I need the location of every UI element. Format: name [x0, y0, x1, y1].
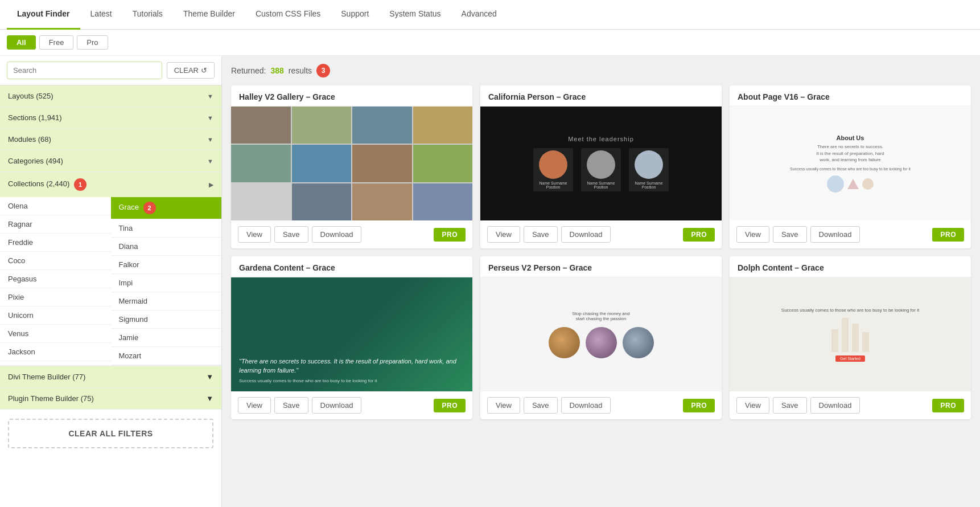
- card-dolph: Dolph Content – Grace Success usually co…: [730, 256, 971, 419]
- nav-tutorials[interactable]: Tutorials: [122, 0, 173, 30]
- nav-latest[interactable]: Latest: [80, 0, 122, 30]
- candle-3: [852, 324, 859, 352]
- save-button[interactable]: Save: [524, 226, 558, 243]
- results-count: 388: [270, 66, 283, 75]
- nav-support[interactable]: Support: [331, 0, 379, 30]
- chevron-right-icon: ▶: [209, 181, 213, 189]
- download-button[interactable]: Download: [810, 226, 860, 243]
- chevron-down-icon: ▼: [206, 394, 213, 403]
- deco-circle-2: [862, 178, 874, 190]
- tab-pro[interactable]: Pro: [77, 35, 108, 50]
- pro-badge: PRO: [932, 228, 964, 242]
- modules-section: Modules (68) ▼: [0, 129, 221, 150]
- view-button[interactable]: View: [487, 226, 520, 243]
- collection-tina[interactable]: Tina: [111, 219, 222, 238]
- save-button[interactable]: Save: [524, 397, 558, 414]
- mosaic-cell: [352, 183, 412, 220]
- dolph-cta-btn[interactable]: Get Started: [835, 355, 865, 362]
- collection-unicorn[interactable]: Unicorn: [0, 306, 111, 325]
- candle-1: [831, 329, 838, 352]
- top-navigation: Layout Finder Latest Tutorials Theme Bui…: [0, 0, 980, 30]
- save-button[interactable]: Save: [773, 397, 807, 414]
- sections-header[interactable]: Sections (1,941) ▼: [0, 107, 221, 128]
- collection-ragnar[interactable]: Ragnar: [0, 215, 111, 234]
- collection-diana[interactable]: Diana: [111, 238, 222, 256]
- collection-mozart[interactable]: Mozart: [111, 347, 222, 365]
- divi-theme-builder-section[interactable]: Divi Theme Builder (77) ▼: [0, 366, 221, 388]
- results-unit: results: [289, 66, 312, 75]
- tab-all[interactable]: All: [7, 35, 36, 50]
- collection-coco[interactable]: Coco: [0, 252, 111, 270]
- gardena-sub: Success usually comes to those who are t…: [239, 378, 464, 383]
- refresh-icon: ↺: [201, 66, 207, 75]
- search-bar: CLEAR ↺: [0, 56, 221, 85]
- view-button[interactable]: View: [238, 226, 271, 243]
- modules-header[interactable]: Modules (68) ▼: [0, 129, 221, 150]
- card-actions-dolph: View Save Download PRO: [730, 391, 971, 419]
- pro-badge: PRO: [683, 399, 715, 412]
- nav-custom-css[interactable]: Custom CSS Files: [245, 0, 331, 30]
- collection-pegasus[interactable]: Pegasus: [0, 270, 111, 288]
- card-title-halley: Halley V2 Gallery – Grace: [231, 85, 472, 107]
- grace-active-badge: 2: [143, 202, 156, 214]
- collection-grace[interactable]: Grace 2: [111, 197, 222, 219]
- view-button[interactable]: View: [238, 397, 271, 414]
- download-button[interactable]: Download: [312, 397, 362, 414]
- collection-jackson[interactable]: Jackson: [0, 343, 111, 361]
- view-button[interactable]: View: [736, 397, 769, 414]
- download-button[interactable]: Download: [312, 226, 362, 243]
- download-button[interactable]: Download: [561, 397, 611, 414]
- collection-pixie[interactable]: Pixie: [0, 288, 111, 306]
- collection-freddie[interactable]: Freddie: [0, 234, 111, 252]
- perseus-face-2: [586, 327, 617, 358]
- categories-label: Categories (494): [8, 157, 63, 165]
- tab-free[interactable]: Free: [39, 35, 74, 50]
- nav-system-status[interactable]: System Status: [379, 0, 451, 30]
- collection-falkor[interactable]: Falkor: [111, 256, 222, 274]
- sections-label: Sections (1,941): [8, 113, 62, 122]
- chevron-down-icon: ▼: [206, 373, 213, 381]
- download-button[interactable]: Download: [810, 397, 860, 414]
- clear-search-button[interactable]: CLEAR ↺: [167, 62, 215, 79]
- face-avatar-3: [635, 150, 663, 179]
- plugin-theme-builder-section[interactable]: Plugin Theme Builder (75) ▼: [0, 388, 221, 410]
- collection-mermaid[interactable]: Mermaid: [111, 292, 222, 310]
- card-actions-gardena: View Save Download PRO: [231, 391, 472, 419]
- categories-header[interactable]: Categories (494) ▼: [0, 150, 221, 171]
- sidebar: CLEAR ↺ Layouts (525) ▼ Sections (1,941)…: [0, 56, 222, 507]
- collections-badge: 1: [74, 178, 87, 191]
- mosaic-cell: [413, 107, 473, 144]
- gardena-quote: "There are no secrets to success. It is …: [239, 357, 464, 375]
- chevron-down-icon: ▼: [207, 93, 213, 100]
- view-button[interactable]: View: [487, 397, 520, 414]
- collections-header[interactable]: Collections (2,440) 1 ▶: [0, 172, 221, 197]
- perseus-faces: [549, 327, 654, 358]
- save-button[interactable]: Save: [274, 397, 308, 414]
- save-button[interactable]: Save: [274, 226, 308, 243]
- card-halley: Halley V2 Gallery – Grace: [231, 85, 472, 248]
- collection-impi[interactable]: Impi: [111, 274, 222, 292]
- nav-layout-finder[interactable]: Layout Finder: [7, 0, 80, 30]
- mosaic-cell: [352, 107, 412, 144]
- card-actions-california: View Save Download PRO: [480, 220, 722, 248]
- clear-label: CLEAR: [174, 66, 199, 75]
- nav-advanced[interactable]: Advanced: [451, 0, 507, 30]
- perseus-face-3: [623, 327, 654, 358]
- layouts-header[interactable]: Layouts (525) ▼: [0, 85, 221, 107]
- about-decoration: [827, 175, 874, 193]
- chevron-down-icon: ▼: [207, 158, 213, 165]
- card-image-aboutpage: About Us There are no secrets to success…: [730, 107, 971, 220]
- nav-theme-builder[interactable]: Theme Builder: [173, 0, 245, 30]
- mosaic-cell: [292, 107, 352, 144]
- results-badge: 3: [316, 64, 330, 77]
- categories-section: Categories (494) ▼: [0, 150, 221, 172]
- clear-all-filters-button[interactable]: CLEAR ALL FILTERS: [8, 419, 213, 448]
- download-button[interactable]: Download: [561, 226, 611, 243]
- view-button[interactable]: View: [736, 226, 769, 243]
- save-button[interactable]: Save: [773, 226, 807, 243]
- search-input[interactable]: [7, 62, 162, 79]
- collection-olena[interactable]: Olena: [0, 197, 111, 215]
- collection-sigmund[interactable]: Sigmund: [111, 310, 222, 329]
- collection-venus[interactable]: Venus: [0, 325, 111, 343]
- collection-jamie[interactable]: Jamie: [111, 329, 222, 347]
